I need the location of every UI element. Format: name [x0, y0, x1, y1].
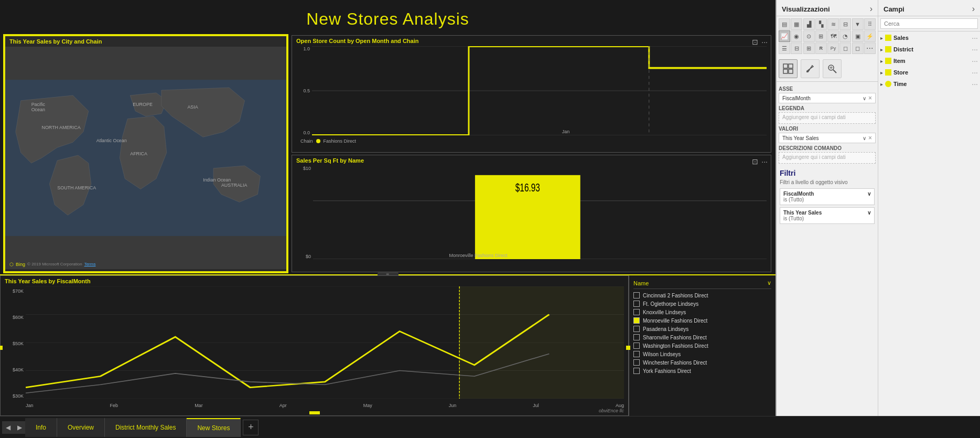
map-title: This Year Sales by City and Chain — [5, 36, 286, 47]
fields-panel-expand-btn[interactable]: › — [972, 4, 975, 14]
tab-next-btn[interactable]: ▶ — [14, 421, 25, 434]
viz-more-btn[interactable]: ··· — [864, 42, 876, 54]
viz-custom2[interactable]: ◻ — [852, 42, 864, 54]
viz-area[interactable]: ▟ — [803, 18, 815, 30]
viz-line[interactable]: 📈 — [779, 30, 790, 42]
viz-scatter[interactable]: ⠿ — [864, 18, 876, 30]
legend-checkbox-5[interactable] — [633, 334, 640, 340]
viz-kpi[interactable]: ⚡ — [864, 30, 876, 42]
legend-item-3[interactable]: Monroeville Fashions Direct — [633, 316, 771, 325]
viz-pie[interactable]: ◉ — [791, 30, 802, 42]
open-store-chart[interactable]: Open Store Count by Open Month and Chain… — [292, 35, 771, 153]
field-group-sales-header[interactable]: ▸ Sales ··· — [880, 33, 978, 43]
viz-donut[interactable]: ⊙ — [803, 30, 815, 42]
legend-checkbox-4[interactable] — [633, 326, 640, 332]
legend-checkbox-3[interactable] — [633, 317, 640, 324]
valori-label: Valori — [779, 126, 876, 132]
viz-funnel[interactable]: ▼ — [852, 18, 864, 30]
line-chart-visual[interactable]: This Year Sales by FiscalMonth $70K $60K… — [0, 275, 629, 416]
viz-python[interactable]: Py — [827, 42, 839, 54]
asse-remove-icon[interactable]: × — [868, 94, 872, 102]
map-visual[interactable]: This Year Sales by City and Chain — [4, 35, 287, 272]
tab-overview[interactable]: Overview — [57, 418, 105, 437]
legend-item-6[interactable]: Washington Fashions Direct — [633, 341, 771, 350]
tab-district-monthly-sales[interactable]: District Monthly Sales — [105, 418, 187, 437]
legend-checkbox-2[interactable] — [633, 309, 640, 315]
descrizioni-drop-zone[interactable]: Aggiungere qui i campi dati — [779, 152, 876, 164]
valori-field-chip: This Year Sales ∨ × — [779, 133, 876, 143]
viz-bar[interactable]: ▦ — [791, 18, 802, 30]
asse-expand-icon[interactable]: ∨ — [863, 95, 866, 101]
legenda-drop-zone[interactable]: Aggiungere qui i campi dati — [779, 112, 876, 124]
viz-qna[interactable]: R — [815, 42, 827, 54]
store-more-icon[interactable]: ··· — [972, 68, 978, 77]
viz-waterfall[interactable]: ⊟ — [839, 18, 851, 30]
field-group-time-header[interactable]: ▸ Time ··· — [880, 79, 978, 89]
filter-card-1[interactable]: FiscalMonth ∨ is (Tutto) — [780, 188, 875, 205]
sales-more-icon[interactable]: ··· — [972, 34, 978, 42]
right-handle[interactable] — [626, 346, 630, 350]
time-label: Time — [893, 81, 907, 87]
field-group-district-header[interactable]: ▸ District ··· — [880, 44, 978, 55]
legend-checkbox-1[interactable] — [633, 301, 640, 307]
svg-rect-29 — [789, 69, 793, 73]
legend-checkbox-9[interactable] — [633, 368, 640, 374]
tab-new-stores[interactable]: New Stores — [187, 418, 241, 437]
time-more-icon[interactable]: ··· — [972, 80, 978, 88]
viz-stacked-bar[interactable]: ▤ — [779, 18, 790, 30]
sales-sqft-expand-icon[interactable]: ⊡ — [752, 157, 758, 166]
viz-gauge[interactable]: ◔ — [839, 30, 851, 42]
item-more-icon[interactable]: ··· — [972, 57, 978, 65]
viz-slicer[interactable]: ☰ — [779, 42, 790, 54]
legend-checkbox-0[interactable] — [633, 292, 640, 298]
legend-item-9[interactable]: York Fashions Direct — [633, 367, 771, 375]
legend-checkbox-7[interactable] — [633, 351, 640, 357]
format-paint-btn[interactable] — [801, 59, 820, 78]
legend-item-4[interactable]: Pasadena Lindseys — [633, 325, 771, 333]
district-more-icon[interactable]: ··· — [972, 45, 978, 54]
legend-item-1[interactable]: Ft. Oglethorpe Lindseys — [633, 300, 771, 308]
field-group-item-header[interactable]: ▸ Item ··· — [880, 56, 978, 66]
legend-label-9: York Fashions Direct — [643, 368, 691, 374]
legend-checkbox-8[interactable] — [633, 359, 640, 366]
open-store-expand-icon[interactable]: ⊡ — [752, 38, 758, 46]
legend-item-7[interactable]: Wilson Lindseys — [633, 350, 771, 358]
map-terms[interactable]: Terms — [84, 262, 96, 267]
x-feb: Feb — [110, 403, 119, 408]
fields-search-input[interactable] — [880, 18, 978, 29]
bottom-handle[interactable] — [309, 411, 320, 414]
format-analyze-btn[interactable] — [823, 59, 842, 78]
valori-remove-icon[interactable]: × — [868, 134, 872, 142]
legend-sort-icon[interactable]: ∨ — [767, 280, 771, 286]
filter-2-chevron[interactable]: ∨ — [867, 210, 871, 216]
tab-prev-btn[interactable]: ◀ — [2, 421, 14, 434]
viz-custom1[interactable]: ◻ — [839, 42, 851, 54]
viz-ribbon[interactable]: ≋ — [827, 18, 839, 30]
viz-matrix[interactable]: ⊞ — [803, 42, 815, 54]
viz-card[interactable]: ▣ — [852, 30, 864, 42]
sales-sqft-chart[interactable]: Sales Per Sq Ft by Name ⊡ ··· $10 $0 — [292, 155, 771, 272]
viz-treemap[interactable]: ⊞ — [815, 30, 827, 42]
legend-item-8[interactable]: Winchester Fashions Direct — [633, 358, 771, 367]
legend-item-0[interactable]: Cincinnati 2 Fashions Direct — [633, 291, 771, 300]
legend-checkbox-6[interactable] — [633, 343, 640, 349]
valori-expand-icon[interactable]: ∨ — [863, 135, 866, 141]
left-handle[interactable] — [0, 346, 3, 350]
filter-1-chevron[interactable]: ∨ — [867, 191, 871, 197]
open-store-more-icon[interactable]: ··· — [761, 38, 768, 46]
legend-header: Name ∨ — [633, 277, 771, 289]
viz-table[interactable]: ⊟ — [791, 42, 802, 54]
legend-item-2[interactable]: Knoxville Lindseys — [633, 308, 771, 316]
x-mar: Mar — [195, 403, 203, 408]
sales-sqft-more-icon[interactable]: ··· — [761, 157, 768, 166]
watermark: obviEnce llc — [599, 408, 624, 413]
filter-card-2[interactable]: This Year Sales ∨ is (Tutto) — [780, 207, 875, 224]
format-viz-btn[interactable] — [779, 59, 798, 78]
field-group-store-header[interactable]: ▸ Store ··· — [880, 67, 978, 78]
tab-info[interactable]: Info — [25, 418, 57, 437]
viz-line-bar[interactable]: ▚ — [815, 18, 827, 30]
viz-panel-expand-btn[interactable]: › — [870, 4, 873, 14]
viz-map[interactable]: 🗺 — [827, 30, 839, 42]
legend-item-5[interactable]: Sharonville Fashions Direct — [633, 333, 771, 341]
tab-add-btn[interactable]: + — [243, 420, 259, 435]
